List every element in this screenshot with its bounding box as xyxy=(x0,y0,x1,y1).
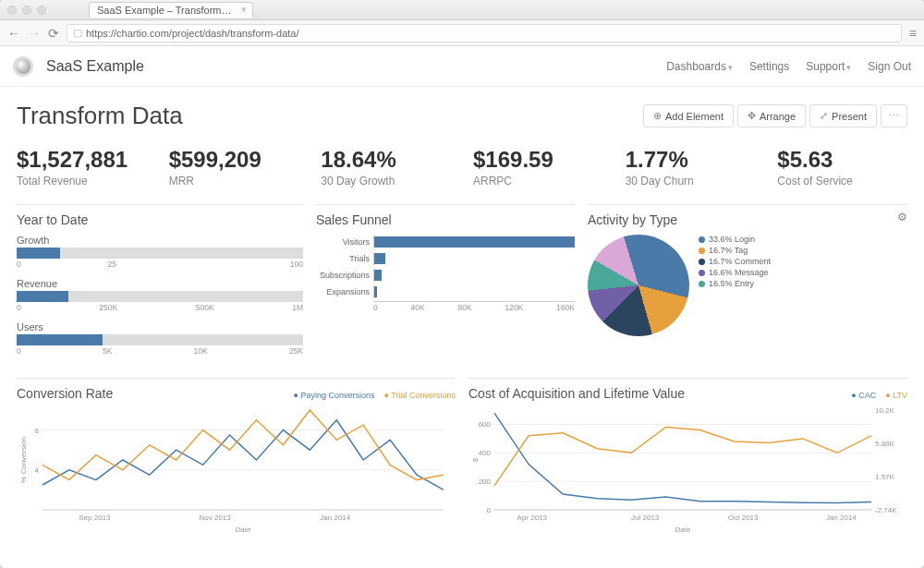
app-header: SaaS Example Dashboards▾ Settings Suppor… xyxy=(0,46,924,87)
legend-paying: Paying Conversions xyxy=(294,391,375,400)
legend-label: 16.6% Message xyxy=(709,268,769,277)
svg-text:0: 0 xyxy=(487,506,492,514)
legend-ltv: LTV xyxy=(885,391,907,400)
more-button[interactable]: ⋯ xyxy=(881,104,907,127)
panel-year-to-date: Year to Date Growth025100Revenue0250K500… xyxy=(17,204,303,365)
kpi-mrr: $599,209MRR xyxy=(169,147,299,187)
funnel-bar xyxy=(374,236,575,248)
plus-circle-icon: ⊕ xyxy=(653,110,662,122)
funnel-bar xyxy=(374,253,385,264)
legend-item: 16.6% Message xyxy=(699,268,771,277)
svg-text:8: 8 xyxy=(35,427,40,435)
svg-text:10.2K: 10.2K xyxy=(875,406,895,415)
add-element-button[interactable]: ⊕Add Element xyxy=(643,104,734,127)
present-button[interactable]: ⤢Present xyxy=(809,104,877,127)
legend-dot-icon xyxy=(699,259,705,265)
progress-track xyxy=(17,291,303,302)
funnel-row: Visitors xyxy=(316,235,575,249)
browser-menu-icon[interactable]: ≡ xyxy=(909,26,917,41)
pie-legend: 33.6% Login16.7% Tag16.7% Comment16.6% M… xyxy=(699,235,771,336)
back-icon[interactable]: ← xyxy=(7,26,20,41)
svg-text:400: 400 xyxy=(479,449,492,457)
window-titlebar: SaaS Example – Transform… × xyxy=(0,0,924,20)
legend-dot-icon xyxy=(699,248,705,254)
progress-track xyxy=(17,334,303,345)
ytd-row: Growth025100 xyxy=(17,235,303,269)
svg-text:200: 200 xyxy=(479,477,492,486)
tick-row: 05K10K25K xyxy=(17,346,303,356)
legend-label: 16.5% Entry xyxy=(709,279,754,288)
svg-text:1.57K: 1.57K xyxy=(875,473,895,481)
panel-title: Activity by Type xyxy=(588,212,907,227)
funnel-label: Subscriptions xyxy=(316,271,373,280)
window-close-icon[interactable] xyxy=(7,6,17,15)
nav-support[interactable]: Support▾ xyxy=(806,60,851,73)
svg-text:-2.74K: -2.74K xyxy=(875,506,897,514)
nav-signout[interactable]: Sign Out xyxy=(868,60,911,73)
tick-row: 025100 xyxy=(17,260,303,269)
svg-text:% Conversion: % Conversion xyxy=(19,437,28,483)
ytd-label: Growth xyxy=(17,235,303,246)
svg-text:Nov 2013: Nov 2013 xyxy=(199,514,231,522)
reload-icon[interactable]: ⟳ xyxy=(48,26,59,41)
url-input[interactable]: ▢ https://chartio.com/project/dash/trans… xyxy=(67,24,902,42)
panel-activity-by-type: Activity by Type ⚙ 33.6% Login16.7% Tag1… xyxy=(588,204,907,365)
legend-trial: Trial Conversions xyxy=(384,391,456,400)
page-content: SaaS Example Dashboards▾ Settings Suppor… xyxy=(0,46,924,568)
ytd-label: Revenue xyxy=(17,278,303,289)
svg-text:600: 600 xyxy=(479,420,492,429)
url-text: https://chartio.com/project/dash/transfo… xyxy=(86,28,299,39)
tick-row: 0250K500K1M xyxy=(17,303,303,312)
svg-text:$: $ xyxy=(471,457,480,462)
legend-cac: CAC xyxy=(851,391,876,400)
gear-icon[interactable]: ⚙ xyxy=(897,211,907,224)
legend-dot-icon xyxy=(699,236,705,243)
progress-fill xyxy=(17,248,60,259)
svg-text:Oct 2013: Oct 2013 xyxy=(728,514,759,522)
legend-label: 16.7% Tag xyxy=(709,246,748,255)
panel-conversion-rate: Conversion Rate Paying Conversions Trial… xyxy=(17,378,456,534)
panel-title: Sales Funnel xyxy=(316,212,575,227)
ytd-row: Revenue0250K500K1M xyxy=(17,278,303,312)
funnel-label: Visitors xyxy=(316,237,373,247)
kpi-row: $1,527,881Total Revenue $599,209MRR 18.6… xyxy=(0,138,924,204)
progress-fill xyxy=(17,291,68,302)
expand-icon: ⤢ xyxy=(820,110,828,122)
browser-tab[interactable]: SaaS Example – Transform… × xyxy=(89,2,253,18)
svg-text:Date: Date xyxy=(675,526,691,534)
forward-icon[interactable]: → xyxy=(28,26,41,41)
chevron-down-icon: ▾ xyxy=(728,63,733,72)
ellipsis-icon: ⋯ xyxy=(889,110,899,122)
window-minimize-icon[interactable] xyxy=(22,6,31,15)
svg-text:Apr 2013: Apr 2013 xyxy=(517,514,548,522)
funnel-label: Trials xyxy=(316,254,373,263)
kpi-cost: $5.63Cost of Service xyxy=(777,147,907,187)
kpi-total-revenue: $1,527,881Total Revenue xyxy=(17,147,147,187)
svg-text:4: 4 xyxy=(35,466,40,475)
legend-dot-icon xyxy=(699,270,705,276)
svg-text:Jan 2014: Jan 2014 xyxy=(826,514,857,522)
nav-settings[interactable]: Settings xyxy=(749,60,789,73)
funnel-row: Expansions xyxy=(316,284,575,299)
chevron-down-icon: ▾ xyxy=(846,63,851,72)
svg-text:Jul 2013: Jul 2013 xyxy=(631,514,660,522)
svg-text:Sep 2013: Sep 2013 xyxy=(79,514,111,522)
progress-fill xyxy=(17,334,103,345)
ytd-label: Users xyxy=(17,321,303,332)
browser-toolbar: ← → ⟳ ▢ https://chartio.com/project/dash… xyxy=(0,20,924,46)
progress-track xyxy=(17,248,303,259)
page-icon: ▢ xyxy=(73,27,82,39)
svg-text:Jan 2014: Jan 2014 xyxy=(320,514,350,522)
nav-dashboards[interactable]: Dashboards▾ xyxy=(666,60,733,73)
close-tab-icon[interactable]: × xyxy=(241,5,247,15)
legend-item: 33.6% Login xyxy=(699,235,771,244)
svg-text:Date: Date xyxy=(236,526,251,534)
kpi-churn: 1.77%30 Day Churn xyxy=(626,147,756,187)
ytd-row: Users05K10K25K xyxy=(17,321,303,356)
arrange-button[interactable]: ✥Arrange xyxy=(737,104,806,127)
funnel-row: Trials xyxy=(316,251,575,266)
panel-cac-ltv: Cost of Acquisition and Lifetime Value C… xyxy=(468,378,907,534)
window-zoom-icon[interactable] xyxy=(37,6,46,15)
funnel-bar xyxy=(374,286,377,297)
legend-item: 16.5% Entry xyxy=(699,279,771,288)
